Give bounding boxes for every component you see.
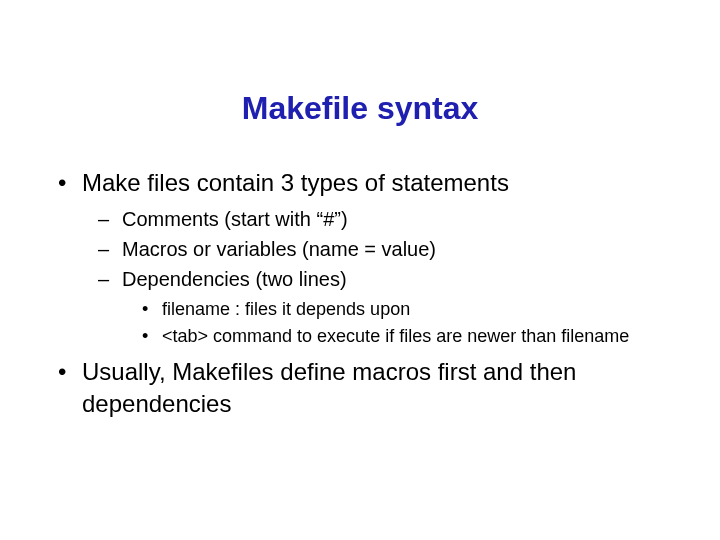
- bullet-level2: Comments (start with “#”): [92, 205, 670, 233]
- bullet-text: Dependencies (two lines): [122, 268, 347, 290]
- slide-title: Makefile syntax: [50, 0, 670, 167]
- bullet-level1: Make files contain 3 types of statements…: [50, 167, 670, 348]
- slide: Makefile syntax Make files contain 3 typ…: [0, 0, 720, 540]
- bullet-text: Usually, Makefiles define macros first a…: [82, 358, 576, 417]
- bullet-level3: filename : files it depends upon: [136, 297, 670, 321]
- bullet-level3: <tab> command to execute if files are ne…: [136, 324, 670, 348]
- bullet-text: filename : files it depends upon: [162, 299, 410, 319]
- bullet-text: Macros or variables (name = value): [122, 238, 436, 260]
- bullet-list: Make files contain 3 types of statements…: [50, 167, 670, 421]
- bullet-text: <tab> command to execute if files are ne…: [162, 326, 629, 346]
- bullet-level2: Dependencies (two lines) filename : file…: [92, 265, 670, 348]
- bullet-sublist: Comments (start with “#”) Macros or vari…: [82, 205, 670, 348]
- bullet-subsublist: filename : files it depends upon <tab> c…: [122, 297, 670, 348]
- bullet-text: Make files contain 3 types of statements: [82, 169, 509, 196]
- bullet-level1: Usually, Makefiles define macros first a…: [50, 356, 670, 421]
- bullet-level2: Macros or variables (name = value): [92, 235, 670, 263]
- bullet-text: Comments (start with “#”): [122, 208, 348, 230]
